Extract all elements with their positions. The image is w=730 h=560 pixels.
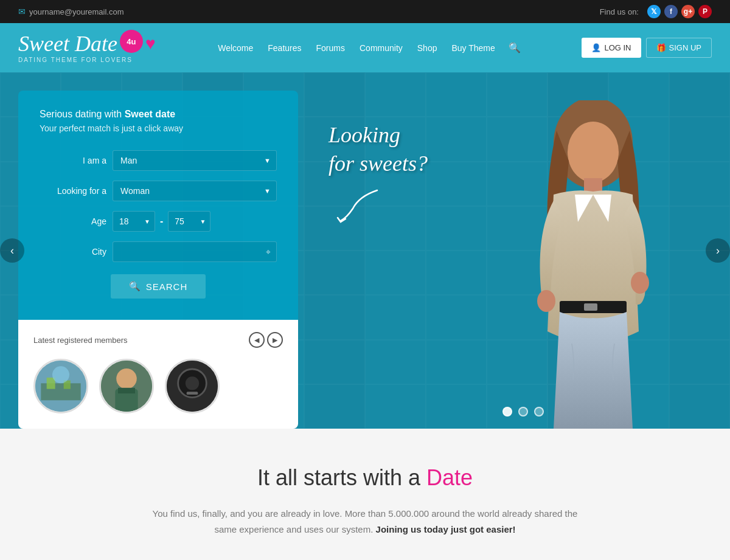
bottom-title-prefix: It all starts with a bbox=[257, 465, 426, 490]
login-button[interactable]: 👤 LOG IN bbox=[582, 38, 641, 58]
svg-point-14 bbox=[568, 122, 619, 182]
looking-select-wrapper: Woman Man bbox=[113, 181, 277, 201]
avatar-image-1 bbox=[35, 361, 86, 412]
top-bar: ✉ yourname@youremail.com Find us on: 𝕏 f… bbox=[0, 0, 730, 23]
logo-subtitle: DATING THEME FOR LOVERS bbox=[18, 57, 156, 63]
age-min-select[interactable]: 1819202530 bbox=[113, 211, 155, 232]
iam-label: I am a bbox=[40, 156, 106, 165]
nav-forums[interactable]: Forums bbox=[315, 40, 346, 56]
iam-row: I am a Man Woman bbox=[40, 150, 277, 171]
age-inputs: 1819202530 - 7560504030 bbox=[113, 211, 210, 232]
signup-button[interactable]: 🎁 SIGN UP bbox=[646, 38, 712, 58]
tagline-prefix: Serious dating with bbox=[40, 109, 125, 119]
slider-dot-1[interactable] bbox=[502, 407, 512, 417]
member-avatar-1[interactable] bbox=[33, 359, 88, 413]
looking-row: Looking for a Woman Man bbox=[40, 181, 277, 201]
search-box: Serious dating with Sweet date Your perf… bbox=[18, 91, 298, 320]
slider-dot-3[interactable] bbox=[534, 407, 544, 417]
members-next-button[interactable]: ▶ bbox=[267, 332, 283, 348]
svg-point-20 bbox=[631, 272, 649, 294]
age-max-select[interactable]: 7560504030 bbox=[168, 211, 210, 232]
members-prev-button[interactable]: ◀ bbox=[249, 332, 265, 348]
slider-prev-button[interactable]: ‹ bbox=[0, 238, 24, 263]
logo-badge: 4u bbox=[120, 30, 143, 53]
woman-svg bbox=[456, 100, 730, 429]
iam-select-wrapper: Man Woman bbox=[113, 150, 277, 171]
members-panel: Latest registered members ◀ ▶ bbox=[18, 320, 298, 429]
hero-text-line1: Looking bbox=[328, 121, 428, 150]
location-icon: ⌖ bbox=[266, 247, 271, 257]
slider-dots bbox=[502, 407, 544, 417]
email-icon: ✉ bbox=[18, 7, 26, 16]
bottom-section: It all starts with a Date You find us, f… bbox=[0, 429, 730, 560]
pinterest-icon[interactable]: P bbox=[698, 5, 712, 18]
facebook-icon[interactable]: f bbox=[664, 5, 678, 18]
email-address: yourname@youremail.com bbox=[29, 7, 124, 16]
city-input[interactable] bbox=[113, 241, 277, 262]
tagline-brand: Sweet date bbox=[125, 109, 176, 119]
looking-label: Looking for a bbox=[40, 186, 106, 196]
signup-label: SIGN UP bbox=[669, 43, 701, 52]
bottom-title: It all starts with a Date bbox=[18, 465, 712, 491]
woman-figure bbox=[456, 100, 730, 429]
social-section: Find us on: 𝕏 f g+ P bbox=[600, 5, 712, 18]
hero-text-overlay: Looking for sweets? bbox=[328, 121, 428, 233]
slider-next-button[interactable]: › bbox=[706, 238, 730, 263]
logo-title: Sweet Date bbox=[18, 33, 117, 55]
nav-community[interactable]: Community bbox=[358, 40, 404, 56]
nav-features[interactable]: Features bbox=[266, 40, 302, 56]
search-icon[interactable]: 🔍 bbox=[509, 42, 521, 54]
main-nav: Welcome Features Forums Community Shop B… bbox=[217, 40, 521, 56]
social-icons: 𝕏 f g+ P bbox=[647, 5, 712, 18]
auth-buttons: 👤 LOG IN 🎁 SIGN UP bbox=[582, 38, 712, 58]
find-us-label: Find us on: bbox=[600, 7, 639, 16]
nav-shop[interactable]: Shop bbox=[416, 40, 439, 56]
svg-point-4 bbox=[52, 366, 69, 383]
iam-select[interactable]: Man Woman bbox=[113, 150, 277, 171]
squiggle-arrow bbox=[328, 184, 389, 227]
member-avatar-2[interactable] bbox=[99, 359, 154, 413]
bottom-description: You find us, finally, and you are alread… bbox=[152, 506, 578, 537]
avatar-image-3 bbox=[167, 361, 218, 412]
search-subtitle: Your perfect match is just a click away bbox=[40, 123, 277, 133]
member-avatar-3[interactable] bbox=[165, 359, 220, 413]
avatar-image-2 bbox=[101, 361, 152, 412]
person-icon: 👤 bbox=[591, 43, 601, 52]
members-nav: ◀ ▶ bbox=[249, 332, 283, 348]
hero-right: Looking for sweets? bbox=[316, 72, 730, 429]
age-min-wrapper: 1819202530 bbox=[113, 211, 155, 232]
slider-dot-2[interactable] bbox=[518, 407, 528, 417]
logo: Sweet Date 4u ♥ DATING THEME FOR LOVERS bbox=[18, 32, 156, 63]
hero-text-line2: for sweets? bbox=[328, 150, 428, 178]
logo-heart-icon: ♥ bbox=[145, 34, 156, 54]
gplus-icon[interactable]: g+ bbox=[681, 5, 695, 18]
svg-rect-12 bbox=[187, 392, 198, 395]
members-header: Latest registered members ◀ ▶ bbox=[33, 332, 283, 348]
search-btn-label: SEARCH bbox=[146, 282, 188, 292]
login-label: LOG IN bbox=[604, 43, 631, 52]
age-row: Age 1819202530 - 7560504030 bbox=[40, 211, 277, 232]
search-btn-icon: 🔍 bbox=[129, 281, 141, 292]
nav-welcome[interactable]: Welcome bbox=[217, 40, 254, 56]
search-tagline: Serious dating with Sweet date bbox=[40, 109, 277, 120]
search-button[interactable]: 🔍 SEARCH bbox=[111, 274, 206, 299]
member-avatars bbox=[33, 359, 283, 413]
header: Sweet Date 4u ♥ DATING THEME FOR LOVERS … bbox=[0, 23, 730, 72]
email-contact[interactable]: ✉ yourname@youremail.com bbox=[18, 7, 124, 16]
svg-rect-18 bbox=[584, 303, 597, 311]
city-row: City ⌖ bbox=[40, 241, 277, 262]
twitter-icon[interactable]: 𝕏 bbox=[647, 5, 661, 18]
nav-buy-theme[interactable]: Buy Theme bbox=[450, 40, 496, 56]
bottom-title-accent: Date bbox=[426, 465, 473, 490]
search-button-wrapper: 🔍 SEARCH bbox=[40, 274, 277, 299]
svg-rect-8 bbox=[118, 388, 135, 393]
looking-select[interactable]: Woman Man bbox=[113, 181, 277, 201]
age-label: Age bbox=[40, 216, 106, 226]
age-dash: - bbox=[160, 216, 163, 227]
search-panel: Serious dating with Sweet date Your perf… bbox=[0, 72, 316, 429]
city-label: City bbox=[40, 247, 106, 257]
bottom-desc-bold: Joining us today just got easier! bbox=[376, 524, 516, 534]
hero-content: Serious dating with Sweet date Your perf… bbox=[0, 72, 730, 429]
age-max-wrapper: 7560504030 bbox=[168, 211, 210, 232]
hero-section: // generate mosaic cells document.curren… bbox=[0, 72, 730, 429]
